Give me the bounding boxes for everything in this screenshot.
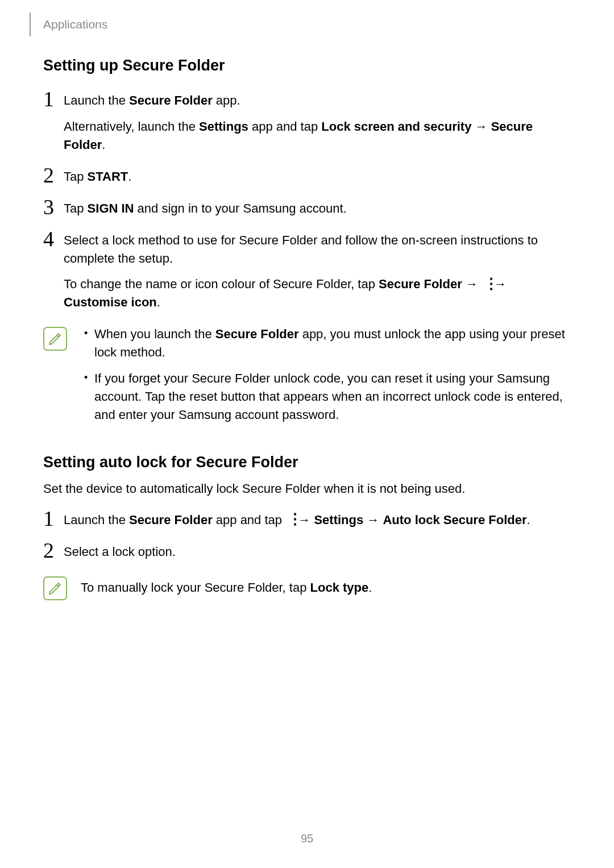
note-icon xyxy=(43,576,67,600)
step-number: 4 xyxy=(43,228,64,250)
step-3: 3 Tap SIGN IN and sign in to your Samsun… xyxy=(43,200,571,218)
note-content: When you launch the Secure Folder app, y… xyxy=(81,325,571,423)
step-number: 1 xyxy=(43,88,64,110)
note-list: When you launch the Secure Folder app, y… xyxy=(81,325,571,423)
step-number: 1 xyxy=(43,508,64,529)
step-text: Tap START. xyxy=(64,168,571,186)
step-number: 2 xyxy=(43,164,64,186)
more-options-icon xyxy=(287,514,293,527)
svg-line-1 xyxy=(57,585,59,587)
page-header: Applications xyxy=(30,13,107,36)
note-block: When you launch the Secure Folder app, y… xyxy=(43,325,571,423)
note-item: If you forget your Secure Folder unlock … xyxy=(81,369,571,424)
step-text: Select a lock method to use for Secure F… xyxy=(64,231,571,268)
pencil-note-icon xyxy=(47,580,64,597)
step-1-s2: 1 Launch the Secure Folder app and tap →… xyxy=(43,511,571,529)
step-4: 4 Select a lock method to use for Secure… xyxy=(43,231,571,312)
step-text: Alternatively, launch the Settings app a… xyxy=(64,118,571,154)
section-heading-autolock: Setting auto lock for Secure Folder xyxy=(43,454,571,471)
more-options-icon xyxy=(483,279,489,292)
header-divider xyxy=(30,13,31,36)
step-content: Select a lock method to use for Secure F… xyxy=(64,231,571,312)
step-1: 1 Launch the Secure Folder app. Alternat… xyxy=(43,92,571,154)
page-content: Setting up Secure Folder 1 Launch the Se… xyxy=(43,57,571,606)
step-text: Launch the Secure Folder app. xyxy=(64,92,571,110)
note-content: To manually lock your Secure Folder, tap… xyxy=(81,575,571,597)
step-content: Tap START. xyxy=(64,168,571,186)
note-block: To manually lock your Secure Folder, tap… xyxy=(43,575,571,600)
step-content: Select a lock option. xyxy=(64,543,571,561)
step-number: 2 xyxy=(43,539,64,561)
pencil-note-icon xyxy=(47,330,64,347)
note-item: When you launch the Secure Folder app, y… xyxy=(81,325,571,362)
note-icon xyxy=(43,327,67,351)
step-content: Tap SIGN IN and sign in to your Samsung … xyxy=(64,200,571,218)
page-number: 95 xyxy=(0,832,614,845)
step-2: 2 Tap START. xyxy=(43,168,571,186)
svg-line-0 xyxy=(57,335,59,337)
step-text: Select a lock option. xyxy=(64,543,571,561)
section-intro: Set the device to automatically lock Sec… xyxy=(43,481,571,496)
step-content: Launch the Secure Folder app and tap → S… xyxy=(64,511,571,529)
step-2-s2: 2 Select a lock option. xyxy=(43,543,571,561)
header-section-label: Applications xyxy=(43,18,107,31)
section-heading-setup: Setting up Secure Folder xyxy=(43,57,571,74)
step-content: Launch the Secure Folder app. Alternativ… xyxy=(64,92,571,154)
step-text: Launch the Secure Folder app and tap → S… xyxy=(64,511,571,529)
step-number: 3 xyxy=(43,196,64,218)
step-text: To change the name or icon colour of Sec… xyxy=(64,275,571,312)
step-text: Tap SIGN IN and sign in to your Samsung … xyxy=(64,200,571,218)
